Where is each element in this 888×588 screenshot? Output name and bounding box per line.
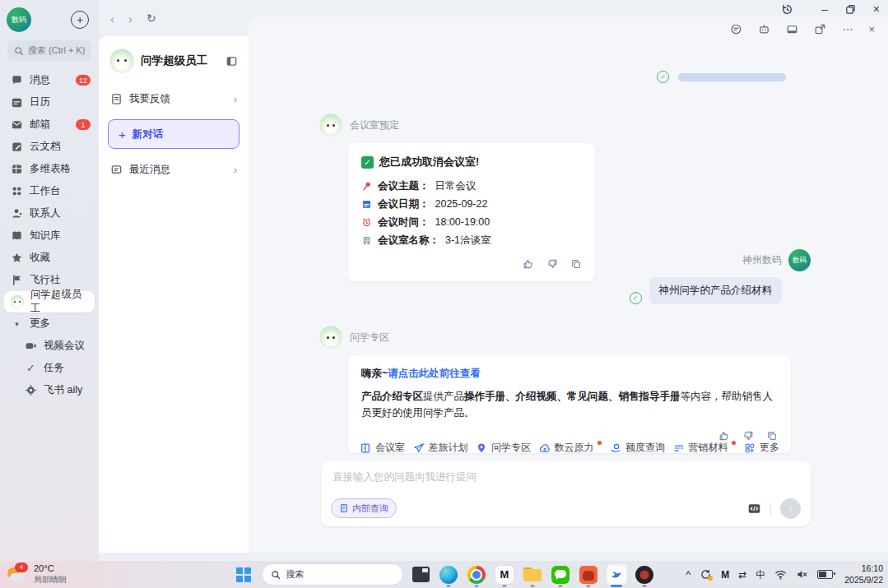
recent-messages-item[interactable]: 最近消息 ›: [99, 154, 249, 185]
history-icon[interactable]: [781, 3, 793, 16]
tray-expand-icon[interactable]: ^: [686, 570, 691, 580]
table-icon: [11, 163, 23, 175]
network-activity-icon[interactable]: ⇄: [738, 570, 746, 580]
camera-icon: [25, 340, 37, 352]
send-button[interactable]: ↑: [780, 498, 801, 519]
feishu-app[interactable]: [607, 564, 627, 585]
message-circle-icon[interactable]: [730, 23, 742, 35]
chip-travel-plan[interactable]: 差旅计划: [413, 441, 468, 455]
command-window-icon[interactable]: [747, 502, 761, 516]
chip-label: 差旅计划: [429, 441, 468, 455]
ime-indicator[interactable]: 中: [755, 570, 765, 580]
document-icon: [339, 503, 349, 513]
coin-hand-icon: [610, 442, 621, 454]
copy-icon[interactable]: [766, 430, 778, 442]
wechat-app[interactable]: [551, 564, 571, 585]
message-input[interactable]: [326, 465, 806, 489]
thumbs-down-icon[interactable]: [742, 430, 754, 442]
weather-widget[interactable]: 4 20°C 局部晴朗: [7, 563, 67, 585]
file-explorer-app[interactable]: [523, 564, 543, 585]
chip-marketing-materials[interactable]: 营销材料: [673, 441, 737, 455]
chip-meeting-room[interactable]: 会议室: [360, 441, 405, 455]
start-button[interactable]: [234, 564, 254, 585]
back-button[interactable]: ‹: [110, 12, 114, 25]
field-topic: 会议主题： 日常会议: [361, 177, 582, 195]
sidebar-item-favorites[interactable]: 收藏: [0, 247, 99, 269]
zone-link[interactable]: 请点击此处前往查看: [388, 368, 481, 379]
check-icon: ✓: [25, 362, 37, 374]
sidebar-item-wenxue-agent[interactable]: 问学超级员工: [4, 291, 95, 313]
window-icon[interactable]: [786, 23, 798, 35]
sidebar-item-mail[interactable]: 邮箱 1: [0, 113, 99, 136]
refresh-button[interactable]: ↻: [146, 12, 156, 25]
thumbs-up-icon[interactable]: [718, 430, 730, 442]
chrome-app[interactable]: [467, 564, 487, 585]
copy-icon[interactable]: [570, 258, 582, 270]
cat-app-icon: [579, 566, 597, 584]
agent-title: 问学超级员工: [141, 53, 219, 68]
chip-more[interactable]: 更多: [744, 441, 779, 455]
more-icon[interactable]: ⋯: [842, 23, 853, 35]
notification-dot: [708, 576, 713, 581]
user-avatar[interactable]: 数码: [7, 7, 31, 32]
tray-m-icon[interactable]: M: [721, 570, 729, 580]
window-controls: – ×: [781, 0, 880, 18]
chip-wenxue-zone[interactable]: 问学专区: [476, 441, 531, 455]
robot-icon[interactable]: [758, 23, 770, 35]
battery-icon[interactable]: [817, 570, 833, 579]
cloud-doc-icon: [11, 141, 23, 153]
add-button[interactable]: +: [71, 11, 89, 29]
new-chat-button[interactable]: + 新对话: [108, 119, 239, 149]
thumbs-down-icon[interactable]: [546, 258, 558, 270]
sidebar-item-knowledge[interactable]: 知识库: [0, 225, 99, 247]
sender-name: 会议室预定: [350, 118, 399, 132]
zone-paragraph: 产品介绍专区提供产品操作手册、介绍视频、常见问题、销售指导手册等内容，帮助销售人…: [361, 388, 778, 421]
recorder-app[interactable]: [635, 564, 655, 585]
quick-action-toolbar: 会议室 差旅计划 问学专区 数云原力 额度查询: [360, 441, 779, 455]
chip-shucloud[interactable]: 数云原力: [539, 441, 602, 455]
global-search-input[interactable]: 搜索 (Ctrl + K): [7, 40, 91, 61]
minimize-button[interactable]: –: [821, 3, 828, 15]
chip-quota-query[interactable]: 额度查询: [610, 441, 665, 455]
chevron-right-icon: ›: [234, 93, 237, 105]
volume-muted-icon[interactable]: [796, 568, 808, 581]
sidebar-item-messages[interactable]: 消息 12: [0, 69, 99, 91]
edge-app[interactable]: [439, 564, 459, 585]
success-check-icon: ✓: [361, 156, 374, 169]
sidebar-item-contacts[interactable]: 联系人: [0, 202, 99, 225]
forward-button[interactable]: ›: [128, 12, 133, 25]
sidebar-item-docs[interactable]: 云文档: [0, 136, 99, 158]
edge-icon: [439, 566, 458, 584]
wifi-icon[interactable]: [774, 568, 787, 581]
thumbs-up-icon[interactable]: [523, 258, 534, 270]
popout-icon[interactable]: [814, 23, 826, 35]
list-lines-icon: [673, 442, 685, 454]
m-app[interactable]: M: [495, 564, 515, 585]
message-square-icon: [110, 164, 123, 176]
clock[interactable]: 16:10 2025/9/22: [844, 563, 883, 586]
task-view-button[interactable]: [411, 564, 431, 585]
sidebar-item-workbench[interactable]: 工作台: [0, 180, 99, 202]
feedback-item[interactable]: 我要反馈 ›: [99, 83, 249, 114]
sidebar-item-feishu-aily[interactable]: 飞书 aily: [0, 379, 99, 401]
field-label: 会议主题：: [378, 177, 430, 195]
sidebar-item-more[interactable]: ▾ 更多: [0, 313, 99, 335]
user-avatar[interactable]: 数码: [788, 249, 811, 271]
internal-query-chip[interactable]: 内部查询: [331, 498, 397, 518]
message-actions: [361, 258, 582, 270]
sidebar-item-calendar[interactable]: 日历: [0, 91, 99, 113]
sidebar-item-video-meeting[interactable]: 视频会议: [0, 335, 99, 357]
sidebar-item-tasks[interactable]: ✓ 任务: [0, 357, 99, 379]
chrome-icon: [467, 566, 486, 584]
close-chat-icon[interactable]: ×: [868, 23, 875, 35]
taskbar-search[interactable]: 搜索: [262, 563, 403, 586]
cat-app[interactable]: [579, 564, 599, 585]
plus-icon: +: [119, 127, 126, 141]
sidebar-item-base-table[interactable]: 多维表格: [0, 158, 99, 180]
sidebar-item-label: 任务: [44, 361, 64, 375]
collapse-panel-icon[interactable]: [225, 55, 238, 67]
chip-label: 营销材料: [689, 441, 728, 455]
restore-button[interactable]: [844, 3, 857, 16]
sync-icon[interactable]: [700, 568, 712, 581]
close-button[interactable]: ×: [873, 3, 880, 15]
